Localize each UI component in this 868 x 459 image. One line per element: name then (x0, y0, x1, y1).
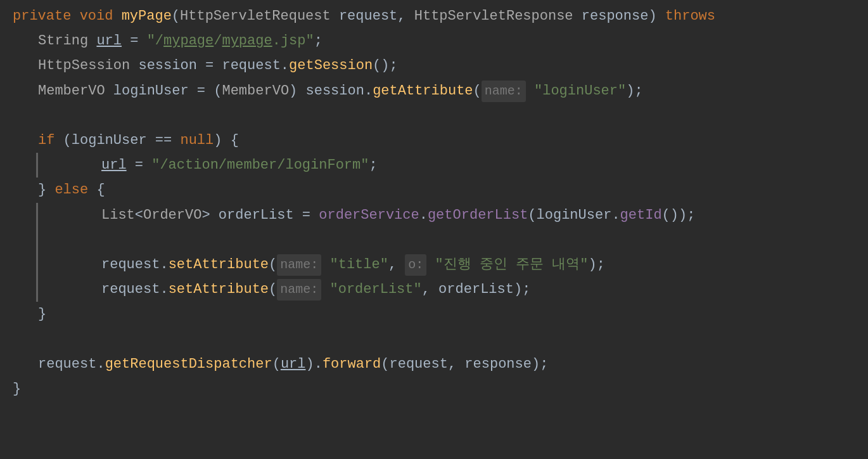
type-ordervo: OrderVO (143, 204, 201, 226)
paren-forward: (request, response); (381, 353, 548, 375)
code-line-5: if (loginUser == null ) { (0, 128, 868, 153)
type-httprequest: HttpServletRequest (180, 5, 339, 27)
paren-getattr-open: ( (473, 80, 482, 102)
var-url-2: url (101, 154, 127, 176)
code-line-6: url = "/action/member/loginForm" ; (36, 153, 868, 178)
type-httpresponse: HttpServletResponse (414, 5, 582, 27)
cast-membervo: MemberVO (222, 80, 289, 102)
comma-2: , orderList); (422, 278, 531, 301)
call-getsession: (); (373, 55, 398, 77)
string-title-value: "진행 중인 주문 내역" (435, 254, 589, 276)
brace-close-final: } (13, 378, 21, 400)
string-loginuser: "loginUser" (534, 80, 626, 102)
keyword-private: private (13, 5, 80, 27)
string-loginform: "/action/member/loginForm" (151, 154, 369, 176)
method-getattribute-1: getAttribute (373, 80, 473, 102)
param-request: request, (339, 5, 414, 27)
space-1 (526, 80, 534, 102)
request-dispatch: request. (38, 353, 105, 375)
paren-if-close: ) { (214, 129, 239, 152)
space-3 (426, 254, 435, 276)
code-line-3: HttpSession session = request. getSessio… (0, 53, 868, 78)
type-string: String (38, 30, 96, 52)
comma-1: , (388, 254, 405, 276)
method-forward: forward (322, 353, 381, 375)
request-setattr-2: request. (101, 278, 169, 301)
paren-if-open: (loginUser == (63, 129, 181, 152)
code-line-11: } (0, 302, 868, 326)
paren-setattr1-open: ( (269, 254, 277, 276)
space-2 (321, 254, 329, 276)
code-editor: private void myPage ( HttpServletRequest… (0, 0, 868, 459)
method-name: myPage (122, 5, 172, 27)
paren-setattr2-open: ( (269, 278, 277, 301)
assign-1: = (122, 30, 147, 52)
var-url-1: url (96, 30, 122, 52)
code-line-10: request. setAttribute ( name: "orderList… (36, 277, 868, 302)
var-url-3: url (281, 353, 306, 375)
code-line-8: List < OrderVO > orderList = orderServic… (36, 203, 868, 228)
var-orderlist: orderList = (219, 204, 319, 226)
semicolon-2: ; (369, 154, 377, 176)
paren-open: ( (172, 5, 180, 27)
keyword-else: else (54, 179, 96, 201)
assign-2: = (127, 154, 152, 176)
hint-name-1: name: (482, 81, 526, 102)
code-line-12: request. getRequestDispatcher ( url ). f… (0, 352, 868, 377)
paren-dispatch-mid: ). (305, 353, 322, 375)
code-line-empty-3 (0, 326, 868, 351)
brace-close-2: } (38, 303, 46, 325)
dot-1: . (419, 204, 428, 226)
paren-getorderlist-close: ()); (662, 204, 696, 226)
paren-getattr-close: ); (626, 80, 642, 102)
keyword-null: null (180, 129, 214, 152)
var-session: session = request. (138, 55, 289, 77)
method-setattribute-1: setAttribute (169, 254, 269, 276)
method-getrequestdispatcher: getRequestDispatcher (105, 353, 272, 375)
code-line-7: } else { (0, 178, 868, 202)
code-line-empty-1 (0, 103, 868, 128)
hint-name-3: name: (277, 279, 321, 301)
method-getsession: getSession (289, 55, 373, 77)
code-line-13: } (0, 377, 868, 401)
hint-name-2: name: (277, 254, 321, 276)
code-line-4: MemberVO loginUser = ( MemberVO ) sessio… (0, 79, 868, 103)
semicolon-1: ; (314, 30, 322, 52)
service-call: orderService (319, 204, 419, 226)
brace-open-1: { (96, 179, 105, 201)
paren-dispatch-open: ( (272, 353, 281, 375)
paren-setattr1-close: ); (589, 254, 605, 276)
angle-open: < (135, 204, 143, 226)
code-line-empty-2 (36, 228, 868, 252)
space-4 (321, 278, 329, 301)
string-orderlist: "orderList" (329, 278, 421, 301)
method-getorderlist: getOrderList (428, 204, 528, 226)
code-line-9: request. setAttribute ( name: "title" , … (36, 252, 868, 277)
request-setattr-1: request. (101, 254, 169, 276)
code-line-1: private void myPage ( HttpServletRequest… (0, 4, 868, 29)
method-getid: getId (620, 204, 662, 226)
string-url-value: "/mypage/mypage.jsp" (147, 30, 314, 52)
method-setattribute-2: setAttribute (169, 278, 269, 301)
keyword-void: void (80, 5, 122, 27)
hint-o-1: o: (405, 254, 426, 276)
type-httpsession: HttpSession (38, 55, 138, 77)
angle-close: > (201, 204, 218, 226)
param-response: response) (582, 5, 665, 27)
var-loginuser: loginUser = ( (113, 80, 222, 102)
string-title: "title" (329, 254, 388, 276)
cast-close: ) session. (289, 80, 373, 102)
keyword-throws: throws (665, 5, 715, 27)
code-line-2: String url = "/mypage/mypage.jsp" ; (0, 29, 868, 53)
keyword-if: if (38, 129, 63, 152)
paren-getorderlist-open: (loginUser. (528, 204, 620, 226)
type-membervo: MemberVO (38, 80, 113, 102)
brace-close-1: } (38, 179, 54, 201)
type-list: List (101, 204, 135, 226)
